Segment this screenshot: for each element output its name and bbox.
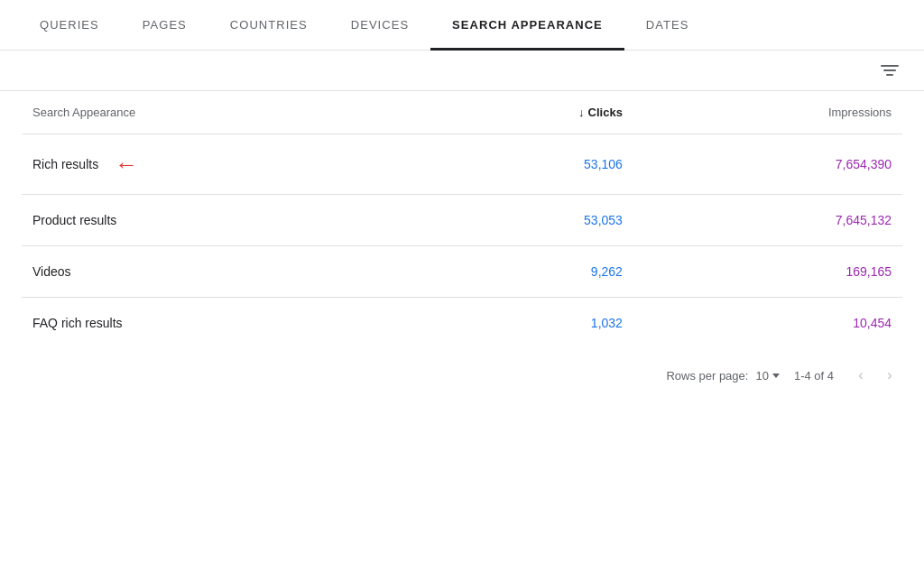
row-name-cell: Rich results← — [22, 134, 425, 194]
prev-page-button[interactable]: ‹ — [848, 363, 873, 388]
rows-per-page-select[interactable]: 10 — [755, 369, 779, 383]
col-header-name: Search Appearance — [22, 91, 425, 134]
row-clicks-cell: 53,106 — [425, 134, 633, 195]
row-impressions-cell: 169,165 — [633, 246, 902, 298]
row-name: Product results — [32, 213, 116, 227]
table-row: Product results53,0537,645,132 — [22, 195, 902, 246]
row-impressions-cell: 7,654,390 — [633, 134, 902, 195]
rows-per-page-control: Rows per page: 10 — [666, 369, 780, 383]
col-header-clicks[interactable]: ↓Clicks — [425, 91, 633, 134]
row-name-cell: Videos — [22, 246, 425, 297]
row-name-cell: Product results — [22, 195, 425, 245]
page-info: 1-4 of 4 — [794, 369, 834, 383]
tab-queries[interactable]: QUERIES — [18, 0, 121, 50]
tab-countries[interactable]: COUNTRIES — [208, 0, 329, 50]
data-table-wrapper: Search Appearance ↓Clicks Impressions Ri… — [0, 91, 924, 348]
row-impressions-cell: 10,454 — [633, 298, 902, 349]
table-row: FAQ rich results1,03210,454 — [22, 298, 902, 349]
row-clicks-cell: 53,053 — [425, 195, 633, 246]
table-body: Rich results←53,1067,654,390Product resu… — [22, 134, 902, 349]
row-clicks-cell: 9,262 — [425, 246, 633, 298]
table-header-row: Search Appearance ↓Clicks Impressions — [22, 91, 902, 134]
row-name: FAQ rich results — [32, 316, 123, 330]
row-impressions-cell: 7,645,132 — [633, 195, 902, 246]
tab-search-appearance[interactable]: SEARCH APPEARANCE — [430, 0, 624, 50]
tab-devices[interactable]: DEVICES — [329, 0, 430, 50]
pagination-bar: Rows per page: 10 1-4 of 4 ‹ › — [0, 348, 924, 402]
filter-bar — [0, 51, 924, 91]
filter-line-3 — [886, 74, 893, 76]
filter-button[interactable] — [877, 61, 902, 79]
filter-line-2 — [883, 69, 896, 71]
sort-arrow-icon: ↓ — [578, 106, 585, 119]
table-row: Rich results←53,1067,654,390 — [22, 134, 902, 195]
row-name: Rich results — [32, 157, 98, 171]
table-row: Videos9,262169,165 — [22, 246, 902, 298]
col-header-impressions: Impressions — [633, 91, 902, 134]
tab-navigation: QUERIES PAGES COUNTRIES DEVICES SEARCH A… — [0, 0, 924, 51]
row-name-cell: FAQ rich results — [22, 298, 425, 348]
rows-per-page-label: Rows per page: — [666, 369, 748, 383]
rows-per-page-value: 10 — [755, 369, 768, 383]
annotation-arrow-icon: ← — [115, 152, 138, 176]
main-container: QUERIES PAGES COUNTRIES DEVICES SEARCH A… — [0, 0, 924, 581]
filter-line-1 — [881, 65, 899, 67]
next-page-button[interactable]: › — [877, 363, 902, 388]
tab-dates[interactable]: DATES — [624, 0, 711, 50]
row-clicks-cell: 1,032 — [425, 298, 633, 349]
tab-pages[interactable]: PAGES — [121, 0, 208, 50]
chevron-down-icon — [772, 374, 780, 378]
data-table: Search Appearance ↓Clicks Impressions Ri… — [22, 91, 902, 348]
row-name: Videos — [32, 264, 71, 279]
page-navigation: ‹ › — [848, 363, 902, 388]
